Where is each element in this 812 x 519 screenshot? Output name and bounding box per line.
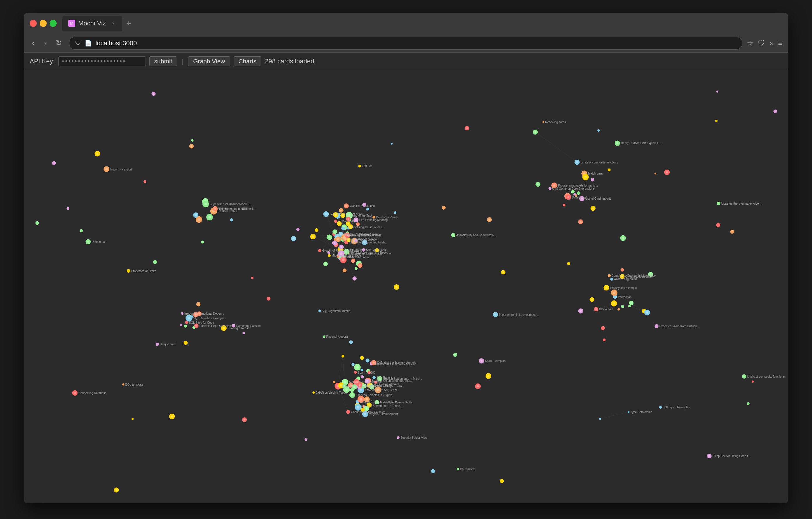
graph-canvas[interactable] <box>24 70 788 503</box>
address-icons-right: ☆ 🛡 » ≡ <box>747 39 782 47</box>
security-icon: 🛡 <box>75 40 81 47</box>
new-tab-button[interactable]: + <box>123 18 134 29</box>
tab-title: Mochi Viz <box>78 20 106 27</box>
refresh-button[interactable]: ↻ <box>53 37 64 49</box>
toolbar-separator: | <box>182 57 183 65</box>
traffic-lights <box>30 20 57 27</box>
graph-view-button[interactable]: Graph View <box>188 56 230 66</box>
tab-close-button[interactable]: × <box>111 21 116 26</box>
address-text: localhost:3000 <box>95 39 137 47</box>
forward-button[interactable]: › <box>42 37 49 49</box>
traffic-light-fullscreen[interactable] <box>50 20 57 27</box>
charts-button[interactable]: Charts <box>234 56 262 66</box>
tab-favicon: M <box>68 20 75 27</box>
address-input[interactable]: 🛡 📄 localhost:3000 <box>69 37 742 50</box>
extensions-icon[interactable]: » <box>770 39 774 47</box>
extension-icon[interactable]: 🛡 <box>758 39 765 47</box>
address-bar: ‹ › ↻ 🛡 📄 localhost:3000 ☆ 🛡 » ≡ <box>24 34 788 53</box>
page-icon: 📄 <box>85 40 92 47</box>
tab-bar: M Mochi Viz × + <box>62 16 782 31</box>
back-button[interactable]: ‹ <box>30 37 37 49</box>
api-key-label: API Key: <box>30 57 55 65</box>
app-toolbar: API Key: submit | Graph View Charts 298 … <box>24 53 788 70</box>
title-bar: M Mochi Viz × + <box>24 13 788 34</box>
menu-icon[interactable]: ≡ <box>778 39 782 47</box>
browser-window: M Mochi Viz × + ‹ › ↻ 🛡 📄 localhost:3000… <box>24 13 788 503</box>
bookmark-icon[interactable]: ☆ <box>747 39 753 47</box>
traffic-light-close[interactable] <box>30 20 37 27</box>
status-text: 298 cards loaded. <box>265 57 316 65</box>
graph-area[interactable] <box>24 70 788 503</box>
api-key-input[interactable] <box>58 56 146 66</box>
submit-button[interactable]: submit <box>149 56 177 66</box>
traffic-light-minimize[interactable] <box>40 20 47 27</box>
active-tab[interactable]: M Mochi Viz × <box>62 16 122 31</box>
